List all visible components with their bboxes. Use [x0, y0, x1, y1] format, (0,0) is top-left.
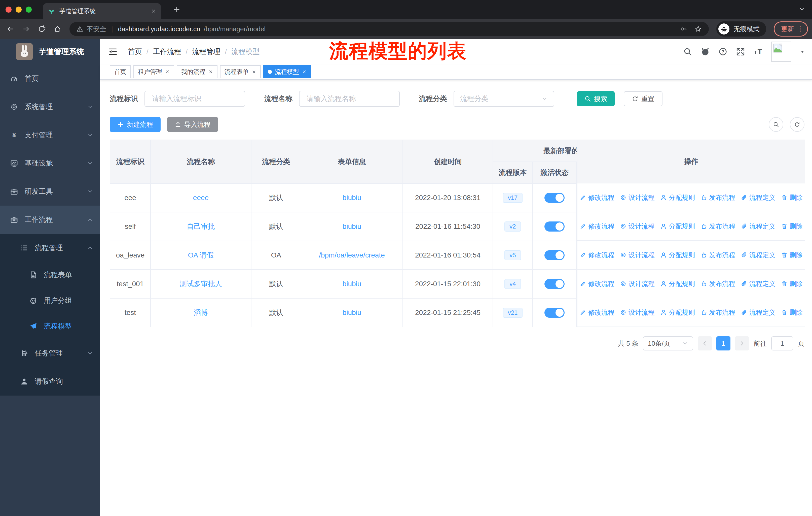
sidebar-item-infrastructure[interactable]: 基础设施 — [0, 149, 100, 178]
sidebar-item-process-model[interactable]: 流程模型 — [0, 314, 100, 339]
process-definition-link[interactable]: 流程定义 — [741, 222, 776, 231]
edit-process-link[interactable]: 修改流程 — [580, 279, 614, 288]
home-button[interactable] — [51, 22, 64, 35]
bookmark-star-icon[interactable] — [695, 25, 702, 32]
delete-process-link[interactable]: 删除 — [781, 222, 803, 231]
not-secure-warning-icon[interactable] — [77, 26, 83, 32]
reset-button[interactable]: 重置 — [624, 91, 663, 106]
tab-close-icon[interactable] — [151, 8, 156, 13]
sidebar-item-process-mgmt[interactable]: 流程管理 — [0, 234, 100, 262]
process-name-link[interactable]: 滔博 — [194, 309, 208, 317]
form-info-link[interactable]: biubiu — [343, 222, 361, 230]
form-info-link[interactable]: biubiu — [343, 309, 361, 317]
tag-tenant[interactable]: 租户管理 — [134, 65, 174, 78]
current-page-button[interactable]: 1 — [716, 336, 730, 350]
tag-close-icon[interactable] — [208, 70, 213, 74]
delete-process-link[interactable]: 删除 — [781, 193, 803, 202]
tag-close-icon[interactable] — [302, 70, 307, 74]
breadcrumb-item[interactable]: 流程管理 — [192, 47, 221, 56]
toggle-search-round-button[interactable] — [769, 117, 783, 132]
browser-tab[interactable]: 芋道管理系统 — [43, 3, 161, 19]
publish-process-link[interactable]: 发布流程 — [700, 251, 735, 260]
process-name-link[interactable]: eeee — [193, 194, 209, 201]
active-status-toggle[interactable] — [545, 193, 564, 203]
assign-rule-link[interactable]: 分配规则 — [660, 279, 695, 288]
tag-process-form[interactable]: 流程表单 — [220, 65, 261, 78]
create-process-button[interactable]: 新建流程 — [110, 117, 161, 132]
sidebar-item-home[interactable]: 首页 — [0, 64, 100, 93]
process-name-link[interactable]: 测试多审批人 — [180, 280, 222, 288]
process-definition-link[interactable]: 流程定义 — [741, 193, 776, 202]
delete-process-link[interactable]: 删除 — [781, 308, 803, 317]
sidebar-item-user-group[interactable]: 用户分组 — [0, 288, 100, 314]
assign-rule-link[interactable]: 分配规则 — [660, 251, 695, 260]
process-name-link[interactable]: OA 请假 — [188, 251, 214, 259]
new-tab-button[interactable] — [170, 3, 183, 16]
active-status-toggle[interactable] — [545, 279, 564, 289]
import-process-button[interactable]: 导入流程 — [167, 117, 218, 132]
publish-process-link[interactable]: 发布流程 — [700, 279, 735, 288]
form-info-link[interactable]: biubiu — [343, 280, 361, 288]
tab-search-chevron-icon[interactable] — [799, 6, 805, 12]
publish-process-link[interactable]: 发布流程 — [700, 222, 735, 231]
password-key-icon[interactable] — [680, 25, 687, 32]
tag-close-icon[interactable] — [165, 70, 170, 74]
design-process-link[interactable]: 设计流程 — [620, 251, 655, 260]
process-name-input[interactable] — [306, 94, 393, 103]
prev-page-button[interactable] — [698, 336, 712, 350]
design-process-link[interactable]: 设计流程 — [620, 308, 655, 317]
sidebar-item-workflow[interactable]: 工作流程 — [0, 206, 100, 234]
edit-process-link[interactable]: 修改流程 — [580, 193, 614, 202]
sidebar-item-process-form[interactable]: 流程表单 — [0, 262, 100, 288]
publish-process-link[interactable]: 发布流程 — [700, 308, 735, 317]
sidebar-fold-icon[interactable] — [105, 44, 121, 60]
category-select[interactable]: 流程分类 — [454, 91, 554, 107]
avatar[interactable] — [771, 42, 791, 62]
active-status-toggle[interactable] — [545, 250, 564, 260]
design-process-link[interactable]: 设计流程 — [620, 279, 655, 288]
close-window-button[interactable] — [5, 6, 11, 12]
delete-process-link[interactable]: 删除 — [781, 251, 803, 260]
github-icon[interactable] — [701, 47, 710, 56]
chrome-update-button[interactable]: 更新 — [774, 21, 808, 36]
breadcrumb-item[interactable]: 工作流程 — [153, 47, 181, 56]
user-menu-caret-icon[interactable] — [800, 49, 805, 54]
publish-process-link[interactable]: 发布流程 — [700, 193, 735, 202]
zoom-window-button[interactable] — [26, 6, 32, 12]
design-process-link[interactable]: 设计流程 — [620, 193, 655, 202]
next-page-button[interactable] — [735, 336, 749, 350]
process-name-field[interactable] — [299, 91, 400, 107]
edit-process-link[interactable]: 修改流程 — [580, 251, 614, 260]
tag-home[interactable]: 首页 — [110, 65, 131, 78]
process-name-link[interactable]: 自己审批 — [187, 222, 215, 230]
search-button[interactable]: 搜索 — [577, 91, 615, 106]
assign-rule-link[interactable]: 分配规则 — [660, 308, 695, 317]
design-process-link[interactable]: 设计流程 — [620, 222, 655, 231]
process-id-input[interactable] — [151, 94, 239, 103]
tag-close-icon[interactable] — [252, 70, 256, 74]
back-button[interactable] — [4, 22, 17, 35]
process-definition-link[interactable]: 流程定义 — [741, 308, 776, 317]
refresh-table-round-button[interactable] — [790, 117, 805, 132]
process-definition-link[interactable]: 流程定义 — [741, 279, 776, 288]
delete-process-link[interactable]: 删除 — [781, 279, 803, 288]
header-search-icon[interactable] — [683, 47, 692, 56]
assign-rule-link[interactable]: 分配规则 — [660, 193, 695, 202]
sidebar-item-system[interactable]: 系统管理 — [0, 93, 100, 121]
process-id-field[interactable] — [144, 91, 245, 107]
sidebar-item-payment[interactable]: ¥支付管理 — [0, 121, 100, 149]
active-status-toggle[interactable] — [545, 221, 564, 232]
sidebar-logo[interactable]: 芋道管理系统 — [0, 39, 100, 64]
form-info-link[interactable]: biubiu — [343, 194, 361, 201]
sidebar-item-devtools[interactable]: 研发工具 — [0, 178, 100, 206]
browser-menu-dots-icon[interactable] — [796, 25, 804, 32]
page-size-select[interactable]: 10条/页 — [643, 336, 693, 350]
edit-process-link[interactable]: 修改流程 — [580, 308, 614, 317]
sidebar-item-task-mgmt[interactable]: 任务管理 — [0, 339, 100, 368]
address-bar[interactable]: 不安全 | dashboard.yudao.iocoder.cn /bpm/ma… — [69, 22, 709, 36]
help-icon[interactable]: ? — [718, 47, 727, 56]
tag-my-process[interactable]: 我的流程 — [177, 65, 218, 78]
assign-rule-link[interactable]: 分配规则 — [660, 222, 695, 231]
font-size-icon[interactable]: TT — [754, 47, 763, 56]
reload-button[interactable] — [35, 22, 48, 35]
